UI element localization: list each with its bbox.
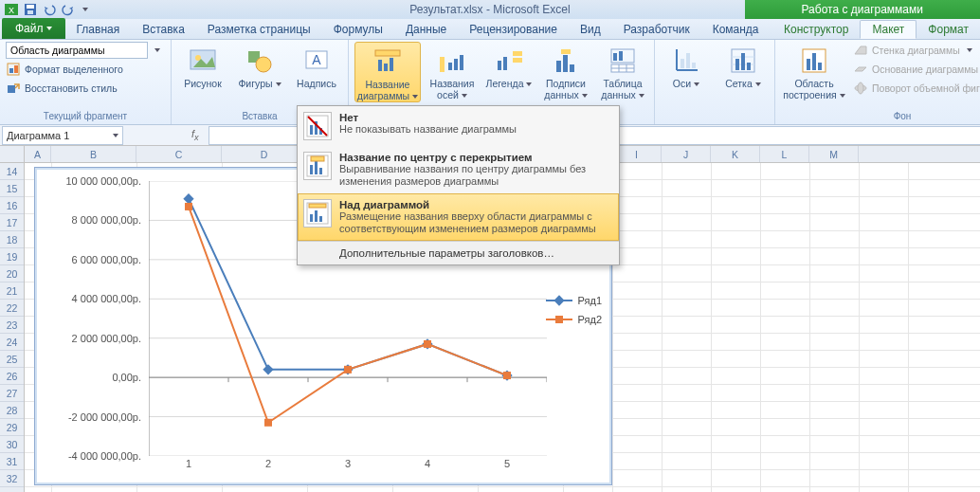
tab-team[interactable]: Команда [701, 20, 771, 39]
chart-title-menu: НетНе показывать название диаграммыНазва… [297, 105, 620, 265]
menu-item-overlay[interactable]: Название по центру с перекрытиемВыравнив… [298, 146, 619, 193]
svg-rect-80 [503, 372, 511, 379]
tab-design[interactable]: Конструктор [772, 20, 860, 39]
group-label [661, 109, 769, 124]
chart-y-axis-labels: -4 000 000,00p.-2 000 000,00p.0,00p.2 00… [35, 181, 147, 456]
group-label: Фон [781, 109, 980, 124]
textbox-button[interactable]: AНадпись [291, 42, 342, 89]
svg-rect-72 [263, 364, 273, 374]
svg-rect-90 [311, 156, 324, 161]
svg-rect-26 [513, 58, 522, 63]
svg-rect-87 [310, 165, 313, 174]
plot-area-button[interactable]: Область построения [781, 42, 847, 100]
axis-titles-button[interactable]: Названия осей [426, 42, 478, 100]
svg-rect-33 [619, 51, 623, 61]
svg-rect-16 [378, 60, 382, 71]
tab-layout[interactable]: Макет [860, 20, 916, 39]
menu-item-none[interactable]: НетНе показывать название диаграммы [298, 106, 619, 146]
menu-item-above[interactable]: Над диаграммойРазмещение названия вверху… [298, 193, 619, 241]
gridlines-button[interactable]: Сетка [717, 42, 769, 89]
fx-icon[interactable]: fx [191, 128, 199, 142]
svg-rect-94 [315, 210, 318, 222]
svg-rect-42 [692, 63, 696, 68]
svg-rect-8 [8, 85, 15, 93]
data-labels-button[interactable]: Подписи данных [540, 42, 591, 100]
data-table-button[interactable]: Таблица данных [597, 42, 648, 100]
svg-point-12 [256, 57, 271, 72]
3d-rotation-button: Поворот объемной фигуры [853, 80, 980, 97]
svg-rect-40 [681, 59, 684, 68]
svg-rect-28 [563, 55, 568, 72]
shapes-button[interactable]: Фигуры [234, 42, 285, 89]
svg-rect-48 [747, 63, 751, 70]
ribbon-tabs: Файл Главная Вставка Разметка страницы Ф… [0, 19, 980, 40]
svg-rect-32 [613, 53, 617, 61]
svg-rect-21 [454, 59, 458, 70]
tab-data[interactable]: Данные [394, 20, 458, 39]
tab-format[interactable]: Формат [916, 20, 980, 39]
reset-style-button[interactable]: Восстановить стиль [6, 80, 118, 97]
svg-rect-88 [315, 161, 318, 174]
svg-rect-71 [183, 193, 193, 204]
chart-legend[interactable]: Ряд1 Ряд2 [546, 291, 602, 329]
svg-rect-24 [503, 57, 507, 70]
group-label: Текущий фрагмент [6, 109, 165, 124]
chart-element-selector[interactable] [6, 42, 148, 59]
svg-text:A: A [312, 52, 321, 67]
svg-rect-93 [310, 214, 313, 222]
name-box[interactable]: Диаграмма 1 [2, 126, 123, 145]
svg-rect-4 [27, 10, 33, 14]
svg-rect-51 [812, 53, 816, 70]
svg-rect-89 [319, 168, 322, 174]
tab-insert[interactable]: Вставка [131, 20, 196, 39]
svg-rect-15 [375, 50, 400, 56]
tab-file[interactable]: Файл [2, 18, 65, 39]
undo-icon[interactable] [42, 2, 57, 17]
chart-floor-button: Основание диаграммы [853, 61, 980, 78]
chart-title-button[interactable]: Название диаграммы [354, 42, 421, 102]
tab-view[interactable]: Вид [569, 20, 612, 39]
svg-rect-79 [424, 340, 431, 348]
axes-button[interactable]: Оси [661, 42, 712, 89]
chart-wall-button: Стенка диаграммы [853, 42, 980, 59]
legend-item[interactable]: Ряд1 [546, 291, 602, 310]
group-background: Область построения Стенка диаграммы Осно… [775, 40, 980, 124]
picture-button[interactable]: Рисунок [177, 42, 228, 89]
svg-rect-30 [561, 49, 571, 54]
tab-home[interactable]: Главная [65, 20, 132, 39]
svg-rect-95 [319, 216, 322, 222]
svg-rect-6 [9, 68, 13, 73]
tab-developer[interactable]: Разработчик [612, 20, 701, 39]
legend-item[interactable]: Ряд2 [546, 310, 602, 329]
svg-rect-17 [384, 64, 388, 71]
svg-rect-82 [310, 125, 313, 135]
svg-rect-3 [27, 5, 34, 9]
svg-rect-18 [390, 58, 393, 71]
svg-rect-23 [498, 61, 501, 70]
svg-rect-41 [686, 53, 690, 68]
row-headers: 1415161718192021222324252627282930313233 [0, 146, 25, 492]
svg-rect-46 [735, 59, 739, 70]
quick-access-toolbar: X [0, 2, 88, 17]
tab-pagelayout[interactable]: Разметка страницы [196, 20, 322, 39]
svg-point-54 [858, 82, 863, 94]
svg-rect-20 [448, 63, 452, 70]
excel-icon: X [4, 2, 19, 17]
context-tab-header: Работа с диаграммами [745, 0, 981, 19]
svg-rect-50 [807, 59, 810, 70]
svg-rect-92 [309, 204, 326, 208]
tab-review[interactable]: Рецензирование [458, 20, 569, 39]
svg-rect-76 [185, 203, 192, 210]
group-current-selection: Формат выделенного Восстановить стиль Те… [0, 40, 172, 124]
save-icon[interactable] [23, 2, 38, 17]
svg-rect-78 [344, 366, 352, 374]
qat-dropdown-icon[interactable] [82, 8, 88, 11]
redo-icon[interactable] [61, 2, 76, 17]
group-axes: Оси Сетка [655, 40, 775, 124]
legend-button[interactable]: Легенда [483, 42, 535, 89]
format-selection-button[interactable]: Формат выделенного [6, 61, 123, 78]
menu-more-options[interactable]: Дополнительные параметры заголовков… [298, 241, 619, 264]
svg-rect-77 [264, 419, 272, 427]
tab-formulas[interactable]: Формулы [322, 20, 394, 39]
svg-rect-27 [556, 61, 561, 72]
